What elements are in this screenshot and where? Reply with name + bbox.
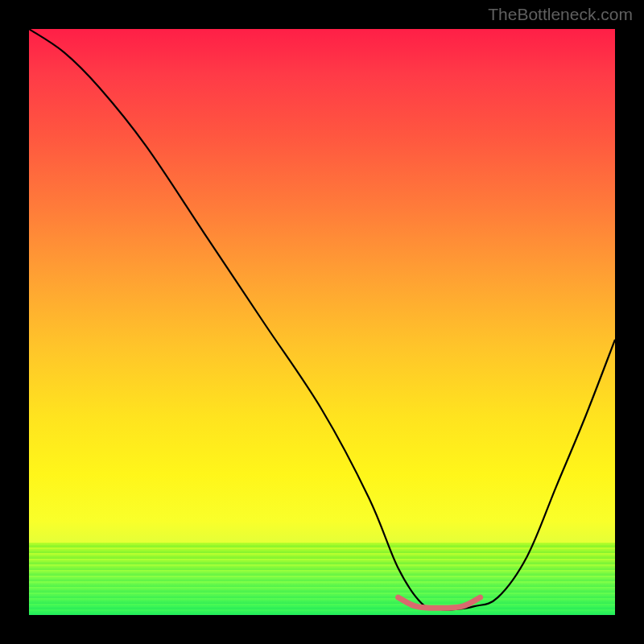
bottleneck-curve-line [29,29,615,609]
optimal-range-line [398,597,481,608]
chart-svg [29,29,615,615]
chart-plot-area [29,29,615,615]
watermark-text: TheBottleneck.com [488,5,633,24]
